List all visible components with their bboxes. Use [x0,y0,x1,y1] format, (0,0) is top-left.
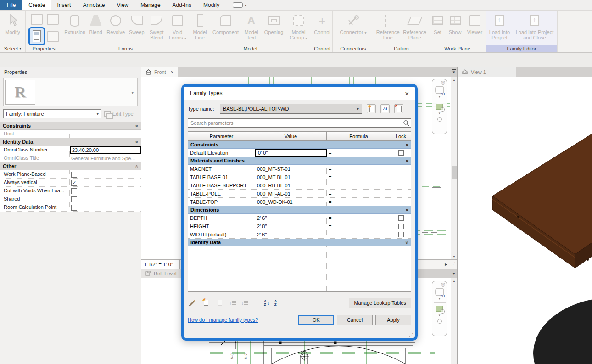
view-tab-ref-level[interactable]: Ref. Level [141,269,181,278]
collapse-icon[interactable]: » [134,140,140,143]
ok-button[interactable]: OK [298,315,334,325]
lock-checkbox[interactable] [398,150,404,156]
section-identity-data[interactable]: Identity Data » [0,138,141,146]
void-forms-button[interactable]: Void Forms ▾ [168,12,188,41]
value-field[interactable]: 000_WD-DK-01 [255,198,327,206]
connector-button[interactable]: Connector ▾ [340,12,367,36]
view-tab-front[interactable]: Front × [141,67,178,77]
viewer-button[interactable]: Viewer [465,12,485,35]
tab-create[interactable]: Create [22,0,51,10]
value-field[interactable]: 000_RB-BL-01 [255,181,327,189]
family-filter-dropdown[interactable]: Family: Furniture ▾ [3,109,101,118]
lock-checkbox[interactable] [398,215,404,221]
scroll-up-icon[interactable]: ▲ [452,278,456,284]
steering-wheel-icon[interactable]: 2D [435,288,444,296]
tab-view[interactable]: View [111,0,134,10]
tab-modify[interactable]: Modify [197,0,225,10]
swept-blend-button[interactable]: Swept Blend [147,12,167,40]
steering-wheel-icon[interactable]: 2D [435,86,444,94]
expand-icon[interactable]: » [405,241,410,244]
edit-type-button[interactable]: Edit Type [104,111,134,117]
section-constraints[interactable]: Constraints » [0,122,141,130]
model-line-button[interactable]: Model Line [190,12,210,40]
set-button[interactable]: Set [430,12,445,35]
chevron-down-icon[interactable]: ▾ [439,112,441,115]
duplicate-parameter-button[interactable] [215,298,224,308]
dialog-title-bar[interactable]: Family Types × [184,87,415,100]
view-scale[interactable]: 1 1/2" = 1'-0" [141,260,180,269]
revolve-button[interactable]: Revolve [105,12,126,35]
navbar-close-icon[interactable]: × [441,283,445,287]
scroll-down-icon[interactable]: ▼ [452,253,456,259]
family-category-icon[interactable] [31,14,43,25]
shared-checkbox[interactable] [71,196,77,202]
cut-with-voids-checkbox[interactable] [71,188,77,194]
type-selector[interactable]: R ▾ [3,78,138,106]
load-into-project-button[interactable]: Load into Project [487,12,512,40]
navbar-close-icon[interactable]: × [441,81,445,85]
reference-line-button[interactable]: Reference Line [375,12,401,40]
family-types-button[interactable] [28,27,45,45]
collapse-icon[interactable]: » [405,143,410,146]
work-plane-based-checkbox[interactable] [71,172,77,178]
model-group-button[interactable]: Model Group ▾ [287,12,311,41]
formula-field[interactable]: = [327,181,391,189]
formula-field[interactable]: = [327,165,391,173]
tab-manage[interactable]: Manage [134,0,166,10]
close-icon[interactable]: × [405,90,409,97]
ribbon-display-toggle[interactable]: ▾ [233,0,246,10]
navbar-collapse-icon[interactable]: − [437,319,442,324]
value-field[interactable]: 000_MT-BL-01 [255,173,327,181]
collapse-icon[interactable]: » [405,208,410,211]
collapse-icon[interactable]: » [405,159,410,162]
load-into-project-and-close-button[interactable]: Load into Project and Close [513,12,556,40]
control-button[interactable]: + Control [314,12,330,35]
value-field[interactable]: 000_MT-AL-01 [255,190,327,197]
sort-descending-button[interactable]: AZ ↑ [274,300,280,306]
search-input[interactable] [188,118,411,128]
tab-insert[interactable]: Insert [51,0,77,10]
always-vertical-checkbox[interactable]: ✓ [71,180,77,186]
properties-palette-icon[interactable] [47,31,59,42]
value-field[interactable]: 2' 6" [255,214,327,222]
type-name-dropdown[interactable]: BASE-BL,POLE-AL,TOP-WD ▾ [220,104,362,114]
zoom-region-icon[interactable] [436,104,443,110]
resize-grip-icon[interactable]: ⋰ [450,262,457,267]
reference-plane-button[interactable]: Reference Plane [402,12,428,40]
section-constraints[interactable]: Constraints » [188,141,411,149]
room-calculation-point-checkbox[interactable] [71,205,77,211]
scroll-up-icon[interactable]: ▲ [452,77,456,83]
manage-lookup-tables-button[interactable]: Manage Lookup Tables [349,298,411,308]
view-tab-view1[interactable]: View 1 [458,67,516,77]
navigation-bar[interactable]: × 2D ▾ ▾ − [432,79,447,134]
formula-field[interactable]: = [327,214,391,222]
cancel-button[interactable]: Cancel [337,315,373,325]
model-text-button[interactable]: A Model Text [242,12,261,40]
extrusion-button[interactable]: Extrusion [63,12,86,35]
collapse-icon[interactable]: » [134,165,140,168]
value-field[interactable]: 2' 8" [255,222,327,230]
formula-field[interactable]: = [327,149,391,157]
modify-button[interactable]: Modify [5,12,20,35]
opening-button[interactable]: Opening [262,12,286,35]
formula-field[interactable]: = [327,173,391,181]
family-parameters-icon[interactable] [47,14,59,25]
formula-field[interactable]: = [327,230,391,238]
zoom-region-icon[interactable] [436,306,443,312]
tab-annotate[interactable]: Annotate [77,0,111,10]
sort-ascending-button[interactable]: AZ ↓ [264,300,270,306]
vertical-scrollbar[interactable]: ▲ ▼ [451,77,457,259]
panel-label-select[interactable]: Select ▾ [0,45,25,52]
dialog-resize-grip[interactable]: ⋰ [409,332,413,337]
navigation-bar[interactable]: × 2D ▾ ▾ − [432,281,447,336]
tab-file[interactable]: File [0,0,22,10]
chevron-down-icon[interactable]: ▾ [439,314,441,317]
view1-canvas[interactable] [458,77,592,364]
show-button[interactable]: Show [446,12,464,35]
sweep-button[interactable]: Sweep [127,12,146,35]
delete-type-button[interactable]: × [394,104,403,113]
formula-field[interactable]: = [327,198,391,206]
scroll-right-icon[interactable]: ► [442,262,450,267]
blend-button[interactable]: Blend [87,12,104,35]
help-link[interactable]: How do I manage family types? [188,317,258,323]
